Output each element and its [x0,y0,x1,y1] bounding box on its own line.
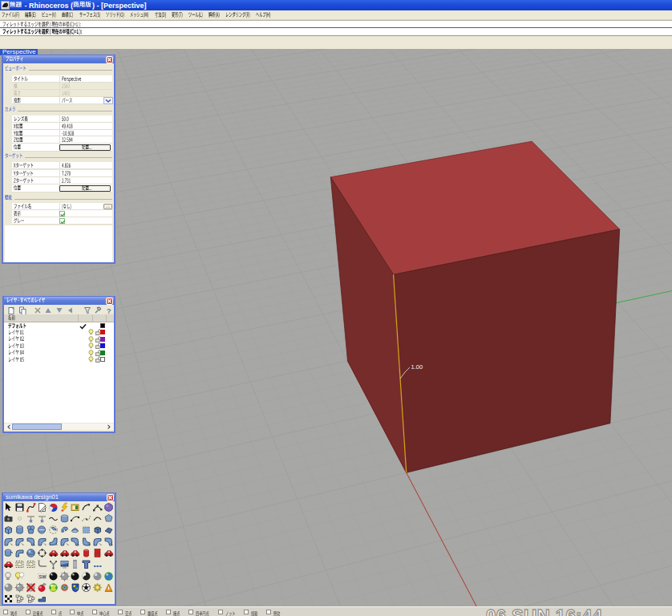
svg-text:1.00: 1.00 [411,363,423,371]
svg-text:SW: SW [38,573,47,578]
